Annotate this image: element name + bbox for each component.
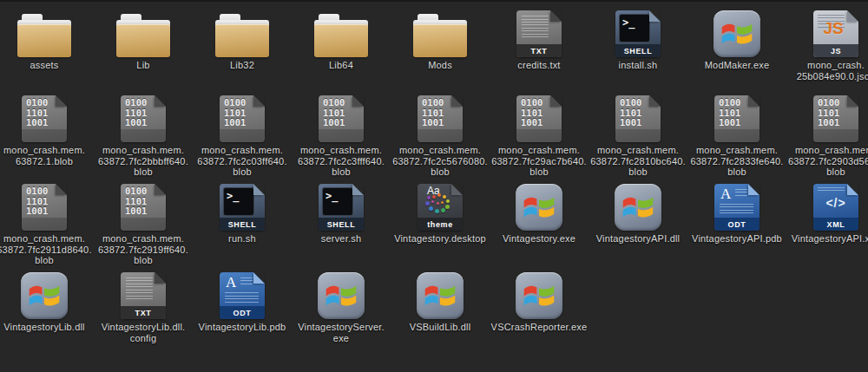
file-item[interactable]: 0100 1101 1001 mono_crash.mem. 63872.7fc… bbox=[391, 94, 490, 182]
corner-cut bbox=[155, 184, 166, 195]
file-type-band: JS bbox=[813, 44, 858, 57]
binary-text: 0100 1101 1001 bbox=[224, 98, 246, 128]
file-item[interactable]: JS JS mono_crash. 25b084e90.0.json bbox=[786, 9, 868, 94]
file-item[interactable]: >_ SHELL server.sh bbox=[292, 182, 391, 271]
binary-blob-icon: 0100 1101 1001 bbox=[516, 95, 562, 142]
file-item[interactable]: Vintagestory.exe bbox=[490, 182, 589, 271]
file-name-label: install.sh bbox=[619, 60, 658, 71]
windows-logo-icon bbox=[523, 281, 556, 310]
binary-blob-icon: 0100 1101 1001 bbox=[220, 95, 265, 142]
file-item[interactable]: VintagestoryAPI.dll bbox=[589, 182, 687, 271]
file-item[interactable]: VintagestoryLib.dll bbox=[0, 271, 94, 372]
file-item[interactable]: Aa theme Vintagestory.desktop bbox=[391, 182, 490, 271]
file-icon-slot: 0100 1101 1001 bbox=[516, 94, 562, 142]
folder-item[interactable]: Lib64 bbox=[292, 9, 391, 94]
file-item[interactable]: 0100 1101 1001 mono_crash.mem. 63872.7fc… bbox=[490, 94, 589, 182]
file-item[interactable]: VintagestoryServer. exe bbox=[292, 271, 391, 372]
binary-text: 0100 1101 1001 bbox=[26, 186, 48, 217]
file-item[interactable]: 0100 1101 1001 mono_crash.mem. 63872.7fc… bbox=[687, 94, 786, 182]
file-type-badge: theme bbox=[427, 220, 453, 229]
file-name-label: VSCrashReporter.exe bbox=[491, 322, 588, 333]
file-icon-slot: TXT bbox=[516, 9, 562, 57]
text-file-icon: TXT bbox=[516, 10, 562, 57]
folder-body bbox=[17, 24, 71, 57]
terminal-screen: >_ bbox=[322, 187, 353, 216]
corner-cut bbox=[847, 95, 858, 107]
folder-icon bbox=[17, 14, 71, 57]
file-icon-slot: >_ SHELL bbox=[220, 182, 265, 231]
shell-script-icon: >_ SHELL bbox=[220, 184, 265, 231]
windows-executable-icon bbox=[516, 272, 562, 319]
file-name-label: mono_crash.mem. 63872.7fc2810bc640. blob bbox=[590, 145, 686, 178]
file-name-label: VSBuildLib.dll bbox=[410, 322, 471, 333]
windows-executable-icon bbox=[713, 10, 760, 57]
corner-cut bbox=[253, 184, 265, 195]
file-type-band: TXT bbox=[121, 306, 166, 319]
folder-item[interactable]: Lib bbox=[94, 9, 193, 94]
file-icon-slot: >_ SHELL bbox=[615, 9, 661, 57]
corner-cut bbox=[451, 184, 463, 195]
file-name-label: VintagestoryAPI.dll bbox=[596, 233, 681, 245]
file-type-badge: ODT bbox=[233, 309, 252, 317]
windows-logo-icon bbox=[621, 193, 654, 222]
file-item[interactable]: ModMaker.exe bbox=[687, 9, 786, 94]
file-icon-slot: 0100 1101 1001 bbox=[319, 94, 364, 142]
file-item[interactable]: 0100 1101 1001 mono_crash.mem. 63872.7fc… bbox=[292, 94, 391, 182]
file-manager-view: assets Lib Lib32 Lib64 Mods bbox=[0, 0, 868, 372]
binary-blob-icon: 0100 1101 1001 bbox=[615, 95, 661, 142]
file-icon-slot bbox=[314, 9, 368, 57]
file-item[interactable]: 0100 1101 1001 mono_crash.mem. 63872.7fc… bbox=[786, 94, 868, 182]
file-icon-slot bbox=[116, 9, 170, 57]
file-item[interactable]: TXT credits.txt bbox=[490, 9, 589, 94]
binary-blob-icon: 0100 1101 1001 bbox=[319, 95, 364, 142]
file-type-band: TXT bbox=[516, 44, 562, 57]
file-item[interactable]: 0100 1101 1001 mono_crash.mem. 63872.7fc… bbox=[94, 94, 193, 182]
file-item[interactable]: 0100 1101 1001 mono_crash.mem. 63872.1.b… bbox=[0, 94, 94, 182]
file-item[interactable]: 0100 1101 1001 mono_crash.mem. 63872.7fc… bbox=[589, 94, 687, 182]
file-item[interactable]: >_ SHELL install.sh bbox=[589, 9, 687, 94]
file-icon-slot bbox=[417, 271, 464, 319]
file-type-band: SHELL bbox=[319, 218, 364, 231]
file-type-badge: SHELL bbox=[327, 220, 356, 229]
corner-cut bbox=[550, 10, 562, 22]
file-name-label: mono_crash. 25b084e90.0.json bbox=[797, 60, 868, 82]
text-lines bbox=[225, 292, 259, 303]
folder-item[interactable]: Lib32 bbox=[193, 9, 292, 94]
file-icon-slot: 0100 1101 1001 bbox=[813, 94, 858, 142]
file-item[interactable]: 0100 1101 1001 mono_crash.mem. 63872.7fc… bbox=[94, 182, 193, 271]
file-item[interactable]: 0100 1101 1001 mono_crash.mem. 63872.7fc… bbox=[0, 182, 94, 271]
file-item[interactable]: VSBuildLib.dll bbox=[391, 271, 490, 372]
file-icon-slot: 0100 1101 1001 bbox=[22, 94, 67, 142]
binary-text: 0100 1101 1001 bbox=[422, 98, 444, 128]
file-item[interactable]: 0100 1101 1001 mono_crash.mem. 63872.7fc… bbox=[193, 94, 292, 182]
file-icon-slot: JS JS bbox=[813, 9, 858, 57]
color-dot bbox=[432, 195, 436, 199]
file-item[interactable]: </> XML VintagestoryAPI.xml bbox=[786, 182, 868, 271]
folder-item[interactable]: assets bbox=[0, 9, 94, 94]
file-icon-slot bbox=[413, 9, 467, 57]
file-name-label: VintagestoryLib.dll. config bbox=[102, 322, 186, 343]
file-item[interactable]: >_ SHELL run.sh bbox=[193, 182, 292, 271]
file-name-label: Vintagestory.exe bbox=[503, 233, 575, 245]
windows-executable-icon bbox=[21, 272, 68, 319]
folder-item[interactable]: Mods bbox=[391, 9, 490, 94]
file-type-badge: TXT bbox=[135, 309, 152, 317]
file-icon-slot bbox=[516, 182, 562, 231]
file-type-band bbox=[319, 129, 364, 142]
file-type-band bbox=[121, 129, 166, 142]
odt-document-icon: A ODT bbox=[714, 184, 760, 231]
binary-text: 0100 1101 1001 bbox=[521, 98, 542, 128]
file-icon-slot: Aa theme bbox=[418, 182, 463, 231]
shell-script-icon: >_ SHELL bbox=[319, 184, 364, 231]
file-item[interactable]: VSCrashReporter.exe bbox=[490, 271, 589, 372]
folder-body bbox=[314, 24, 368, 57]
file-item[interactable]: TXT VintagestoryLib.dll. config bbox=[94, 271, 193, 372]
windows-executable-icon bbox=[417, 272, 464, 319]
file-item[interactable]: A ODT VintagestoryLib.pdb bbox=[193, 271, 292, 372]
corner-cut bbox=[847, 184, 858, 195]
file-item[interactable]: A ODT VintagestoryAPI.pdb bbox=[687, 182, 786, 271]
file-name-label: VintagestoryServer. exe bbox=[298, 322, 385, 343]
corner-cut bbox=[253, 272, 265, 284]
text-lines bbox=[720, 204, 753, 215]
terminal-prompt-icon: >_ bbox=[224, 188, 253, 202]
